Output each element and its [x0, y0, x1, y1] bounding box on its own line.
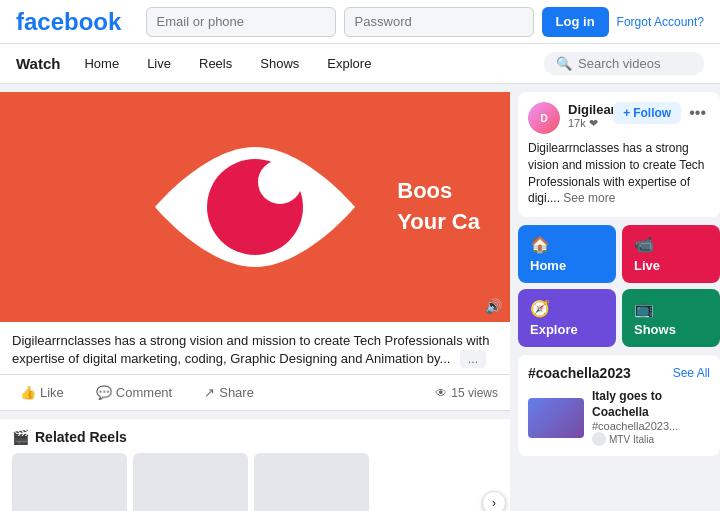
tile-live[interactable]: 📹 Live	[622, 225, 720, 283]
avatar-inner: D	[528, 102, 560, 134]
eye-illustration	[145, 137, 365, 277]
search-input[interactable]	[578, 56, 692, 71]
comment-button[interactable]: 💬 Comment	[88, 381, 180, 404]
trending-section: #coachella2023 See All Italy goes to Coa…	[518, 355, 720, 456]
video-player[interactable]: Boos Your Ca 🔊	[0, 92, 510, 322]
trending-item[interactable]: Italy goes to Coachella #coachella2023..…	[528, 389, 710, 446]
login-button[interactable]: Log in	[542, 7, 609, 37]
related-reels-header: 🎬 Related Reels	[12, 429, 498, 445]
trending-info: Italy goes to Coachella #coachella2023..…	[592, 389, 710, 446]
channel-header: D Digilearrnclasses 17k ❤ + Follow •••	[528, 102, 710, 134]
tile-explore[interactable]: 🧭 Explore	[518, 289, 616, 347]
channel-name: Digilearrnclasses	[568, 102, 605, 117]
tile-shows[interactable]: 📺 Shows	[622, 289, 720, 347]
shows-tile-icon: 📺	[634, 299, 708, 318]
watch-label: Watch	[16, 55, 60, 72]
channel-avatar: D	[528, 102, 560, 134]
home-tile-icon: 🏠	[530, 235, 604, 254]
source-logo	[592, 432, 606, 446]
reel-thumbnail-3[interactable]	[254, 453, 369, 511]
related-reels-label: Related Reels	[35, 429, 127, 445]
see-all-link[interactable]: See All	[673, 366, 710, 380]
search-area: 🔍	[544, 52, 704, 75]
comment-icon: 💬	[96, 385, 112, 400]
tile-home[interactable]: 🏠 Home	[518, 225, 616, 283]
header: facebook Log in Forgot Account?	[0, 0, 720, 44]
trending-header: #coachella2023 See All	[528, 365, 710, 381]
explore-tile-icon: 🧭	[530, 299, 604, 318]
main-content: Boos Your Ca 🔊 Digilearrnclasses has a s…	[0, 84, 720, 511]
nav-explore[interactable]: Explore	[315, 50, 383, 77]
home-tile-label: Home	[530, 258, 604, 273]
reels-grid: ›	[12, 453, 498, 511]
channel-info: Digilearrnclasses 17k ❤	[568, 102, 605, 130]
facebook-logo: facebook	[16, 8, 121, 36]
nav-shows[interactable]: Shows	[248, 50, 311, 77]
follow-icon: +	[623, 106, 630, 120]
auth-area: Log in Forgot Account?	[146, 7, 704, 37]
views-icon: 👁	[435, 386, 447, 400]
see-more-button[interactable]: ...	[460, 350, 486, 368]
trending-title: #coachella2023	[528, 365, 631, 381]
svg-point-1	[258, 160, 302, 204]
channel-description: Digilearrnclasses has a strong vision an…	[528, 140, 710, 207]
related-reels-section: 🎬 Related Reels ›	[0, 419, 510, 511]
video-overlay-text: Boos Your Ca	[397, 176, 480, 238]
video-section: Boos Your Ca 🔊 Digilearrnclasses has a s…	[0, 92, 510, 511]
channel-actions: + Follow •••	[613, 102, 710, 124]
reels-icon: 🎬	[12, 429, 29, 445]
video-description: Digilearrnclasses has a strong vision an…	[0, 322, 510, 375]
nav-reels[interactable]: Reels	[187, 50, 244, 77]
trending-tag: #coachella2023...	[592, 420, 710, 432]
live-tile-label: Live	[634, 258, 708, 273]
video-actions: 👍 Like 💬 Comment ↗ Share 👁 15 views	[0, 375, 510, 411]
reels-next-arrow[interactable]: ›	[482, 491, 506, 511]
trending-thumb-image	[528, 398, 584, 438]
like-button[interactable]: 👍 Like	[12, 381, 72, 404]
explore-tile-label: Explore	[530, 322, 604, 337]
nav-bar: Watch Home Live Reels Shows Explore 🔍	[0, 44, 720, 84]
see-more-link[interactable]: See more	[563, 191, 615, 205]
password-input[interactable]	[344, 7, 534, 37]
description-text: Digilearrnclasses has a strong vision an…	[12, 332, 498, 368]
like-icon: 👍	[20, 385, 36, 400]
reel-thumbnail-1[interactable]	[12, 453, 127, 511]
share-icon: ↗	[204, 385, 215, 400]
nav-home[interactable]: Home	[72, 50, 131, 77]
share-button[interactable]: ↗ Share	[196, 381, 262, 404]
live-tile-icon: 📹	[634, 235, 708, 254]
nav-tiles: 🏠 Home 📹 Live 🧭 Explore 📺 Shows	[518, 225, 720, 347]
trending-source: MTV Italia	[592, 432, 710, 446]
search-icon: 🔍	[556, 56, 572, 71]
volume-icon[interactable]: 🔊	[485, 298, 502, 314]
views-count: 👁 15 views	[435, 386, 498, 400]
follow-button[interactable]: + Follow	[613, 102, 681, 124]
channel-subs: 17k ❤	[568, 117, 605, 130]
channel-card: D Digilearrnclasses 17k ❤ + Follow ••• D…	[518, 92, 720, 217]
trending-thumbnail	[528, 398, 584, 438]
channel-more-button[interactable]: •••	[685, 102, 710, 124]
shows-tile-label: Shows	[634, 322, 708, 337]
sidebar: D Digilearrnclasses 17k ❤ + Follow ••• D…	[510, 92, 720, 511]
nav-live[interactable]: Live	[135, 50, 183, 77]
forgot-account-link[interactable]: Forgot Account?	[617, 15, 704, 29]
trending-headline: Italy goes to Coachella	[592, 389, 710, 420]
reel-thumbnail-2[interactable]	[133, 453, 248, 511]
email-input[interactable]	[146, 7, 336, 37]
